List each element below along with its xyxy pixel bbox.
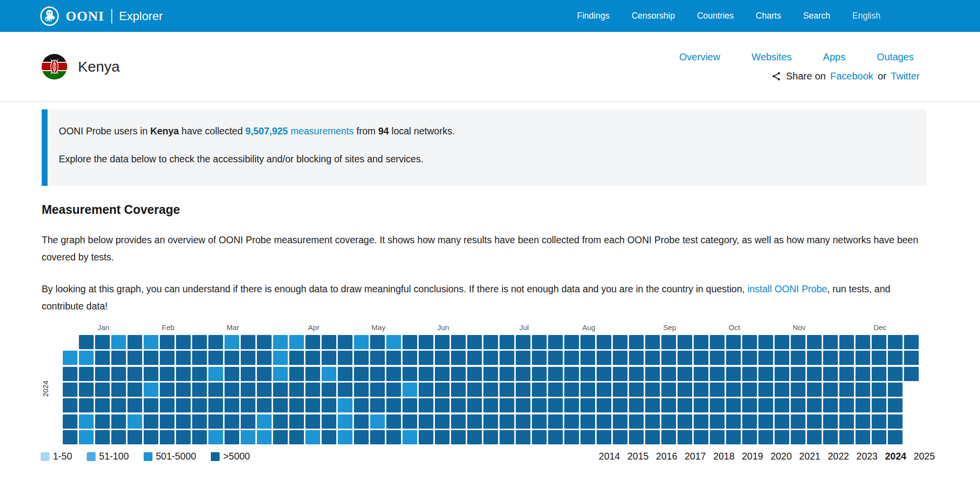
- heatmap-cell[interactable]: [548, 351, 563, 365]
- heatmap-cell[interactable]: [629, 383, 644, 397]
- heatmap-cell[interactable]: [95, 414, 110, 429]
- heatmap-cell[interactable]: [289, 351, 304, 365]
- heatmap-cell[interactable]: [855, 367, 870, 381]
- heatmap-cell[interactable]: [95, 398, 110, 412]
- heatmap-cell[interactable]: [402, 335, 417, 349]
- heatmap-cell[interactable]: [775, 367, 789, 381]
- heatmap-cell[interactable]: [661, 351, 676, 365]
- year-button-2025[interactable]: 2025: [914, 451, 935, 462]
- heatmap-cell[interactable]: [516, 383, 530, 397]
- heatmap-cell[interactable]: [419, 398, 433, 412]
- heatmap-cell[interactable]: [176, 335, 191, 349]
- heatmap-cell[interactable]: [192, 351, 207, 365]
- year-button-2018[interactable]: 2018: [713, 451, 734, 462]
- heatmap-cell[interactable]: [241, 351, 255, 365]
- heatmap-cell[interactable]: [613, 398, 628, 412]
- heatmap-cell[interactable]: [63, 430, 77, 444]
- heatmap-cell[interactable]: [580, 414, 595, 429]
- heatmap-cell[interactable]: [225, 430, 239, 444]
- heatmap-cell[interactable]: [807, 430, 822, 444]
- heatmap-cell[interactable]: [79, 414, 94, 429]
- heatmap-cell[interactable]: [678, 398, 692, 412]
- heatmap-cell[interactable]: [483, 414, 498, 429]
- heatmap-cell[interactable]: [273, 398, 288, 412]
- heatmap-cell[interactable]: [532, 335, 547, 349]
- heatmap-cell[interactable]: [208, 414, 223, 429]
- heatmap-cell[interactable]: [225, 351, 239, 365]
- heatmap-cell[interactable]: [467, 414, 482, 429]
- heatmap-cell[interactable]: [451, 383, 466, 397]
- heatmap-cell[interactable]: [775, 335, 789, 349]
- share-facebook-link[interactable]: Facebook: [830, 71, 873, 82]
- heatmap-cell[interactable]: [872, 383, 886, 397]
- heatmap-cell[interactable]: [483, 335, 498, 349]
- nav-link-charts[interactable]: Charts: [756, 11, 781, 21]
- heatmap-cell[interactable]: [79, 430, 94, 444]
- heatmap-cell[interactable]: [645, 383, 660, 397]
- heatmap-cell[interactable]: [532, 351, 547, 365]
- heatmap-cell[interactable]: [208, 383, 223, 397]
- heatmap-cell[interactable]: [694, 398, 708, 412]
- heatmap-cell[interactable]: [597, 335, 611, 349]
- ooni-logo[interactable]: OONI Explorer: [39, 6, 163, 26]
- heatmap-cell[interactable]: [176, 414, 191, 429]
- nav-link-search[interactable]: Search: [803, 11, 830, 21]
- heatmap-cell[interactable]: [160, 430, 175, 444]
- heatmap-cell[interactable]: [435, 414, 450, 429]
- year-button-2022[interactable]: 2022: [828, 451, 849, 462]
- heatmap-cell[interactable]: [305, 351, 320, 365]
- heatmap-cell[interactable]: [791, 335, 805, 349]
- heatmap-cell[interactable]: [208, 430, 223, 444]
- heatmap-cell[interactable]: [241, 383, 255, 397]
- heatmap-cell[interactable]: [144, 398, 158, 412]
- heatmap-cell[interactable]: [386, 414, 401, 429]
- heatmap-cell[interactable]: [257, 367, 272, 381]
- year-button-2015[interactable]: 2015: [628, 451, 649, 462]
- heatmap-cell[interactable]: [386, 367, 401, 381]
- heatmap-cell[interactable]: [160, 414, 175, 429]
- heatmap-cell[interactable]: [904, 351, 919, 365]
- heatmap-cell[interactable]: [160, 351, 175, 365]
- heatmap-cell[interactable]: [645, 430, 660, 444]
- heatmap-cell[interactable]: [548, 414, 563, 429]
- heatmap-cell[interactable]: [402, 367, 417, 381]
- heatmap-cell[interactable]: [483, 383, 498, 397]
- heatmap-cell[interactable]: [564, 335, 579, 349]
- heatmap-cell[interactable]: [192, 398, 207, 412]
- heatmap-cell[interactable]: [144, 430, 158, 444]
- heatmap-cell[interactable]: [354, 430, 369, 444]
- heatmap-cell[interactable]: [322, 367, 336, 381]
- heatmap-cell[interactable]: [580, 351, 595, 365]
- heatmap-cell[interactable]: [111, 430, 126, 444]
- heatmap-cell[interactable]: [386, 335, 401, 349]
- heatmap-cell[interactable]: [726, 398, 741, 412]
- heatmap-cell[interactable]: [500, 430, 514, 444]
- heatmap-cell[interactable]: [645, 335, 660, 349]
- heatmap-cell[interactable]: [289, 430, 304, 444]
- heatmap-cell[interactable]: [710, 383, 725, 397]
- heatmap-cell[interactable]: [726, 351, 741, 365]
- heatmap-cell[interactable]: [402, 398, 417, 412]
- heatmap-cell[interactable]: [451, 335, 466, 349]
- heatmap-cell[interactable]: [855, 430, 870, 444]
- heatmap-cell[interactable]: [419, 335, 433, 349]
- heatmap-cell[interactable]: [516, 367, 530, 381]
- heatmap-cell[interactable]: [467, 367, 482, 381]
- heatmap-cell[interactable]: [597, 367, 611, 381]
- heatmap-cell[interactable]: [500, 414, 514, 429]
- nav-link-countries[interactable]: Countries: [697, 11, 734, 21]
- heatmap-cell[interactable]: [257, 414, 272, 429]
- heatmap-cell[interactable]: [160, 398, 175, 412]
- heatmap-cell[interactable]: [354, 383, 369, 397]
- heatmap-cell[interactable]: [257, 351, 272, 365]
- heatmap-cell[interactable]: [564, 367, 579, 381]
- heatmap-cell[interactable]: [241, 414, 255, 429]
- heatmap-cell[interactable]: [726, 335, 741, 349]
- heatmap-cell[interactable]: [322, 383, 336, 397]
- heatmap-cell[interactable]: [273, 430, 288, 444]
- heatmap-cell[interactable]: [888, 398, 903, 412]
- heatmap-cell[interactable]: [305, 383, 320, 397]
- heatmap-cell[interactable]: [370, 398, 385, 412]
- heatmap-cell[interactable]: [63, 367, 77, 381]
- heatmap-cell[interactable]: [775, 414, 789, 429]
